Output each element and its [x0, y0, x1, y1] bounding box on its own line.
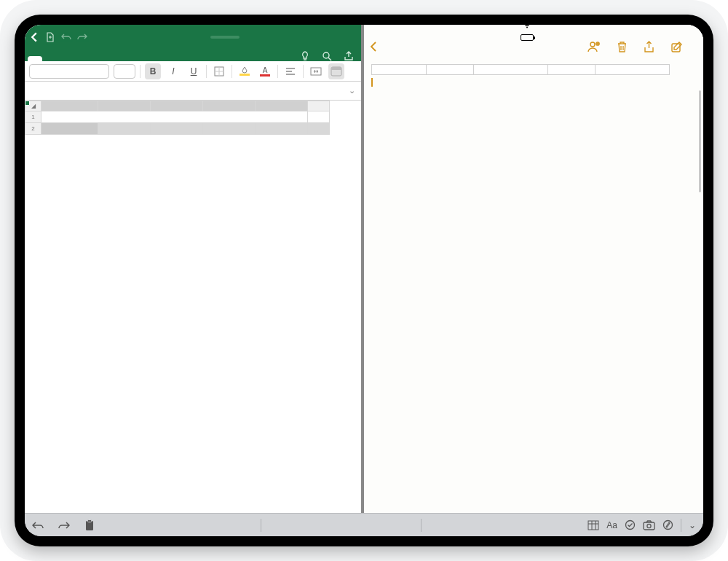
tab-draw[interactable] — [63, 56, 77, 61]
notes-app — [364, 25, 703, 513]
borders-button[interactable] — [211, 63, 227, 79]
note-body[interactable] — [364, 61, 703, 513]
col-header[interactable] — [151, 101, 203, 111]
markup-icon[interactable] — [662, 519, 673, 530]
camera-icon[interactable] — [643, 520, 655, 530]
fill-color-button[interactable] — [237, 63, 253, 79]
tab-data[interactable] — [98, 56, 112, 61]
header-flh[interactable] — [151, 123, 203, 135]
share-icon[interactable] — [339, 51, 358, 61]
font-color-button[interactable]: A — [257, 63, 273, 79]
tab-review[interactable] — [115, 56, 130, 61]
suggestion-word[interactable] — [102, 519, 261, 532]
col-header[interactable] — [308, 101, 330, 111]
pasted-table[interactable] — [371, 64, 670, 75]
file-icon[interactable] — [45, 32, 55, 42]
underline-button[interactable]: U — [186, 63, 202, 79]
trash-icon[interactable] — [612, 41, 632, 53]
svg-point-0 — [323, 52, 329, 58]
svg-point-5 — [590, 42, 595, 47]
textformat-icon[interactable]: Aa — [606, 520, 617, 530]
redo-key-icon[interactable] — [51, 514, 77, 536]
excel-app: B I U A ⌄ — [25, 25, 364, 513]
scroll-indicator[interactable] — [699, 90, 701, 192]
col-header[interactable] — [98, 101, 151, 111]
back-icon[interactable] — [29, 32, 39, 42]
back-folders-button[interactable] — [370, 42, 379, 52]
header-low[interactable] — [203, 123, 256, 135]
chevron-down-icon[interactable]: ⌄ — [689, 520, 696, 530]
align-button[interactable] — [282, 63, 298, 79]
col-header[interactable] — [256, 101, 308, 111]
svg-point-14 — [664, 521, 673, 530]
suggestion-word[interactable] — [261, 519, 420, 532]
merge-button[interactable] — [308, 63, 324, 79]
formula-bar[interactable]: ⌄ — [25, 82, 361, 101]
cell-styles-button[interactable] — [328, 63, 344, 79]
document-title — [93, 36, 357, 39]
svg-rect-9 — [88, 519, 92, 522]
tab-insert[interactable] — [45, 56, 60, 61]
svg-rect-10 — [588, 521, 598, 530]
table-title[interactable] — [41, 111, 308, 123]
grab-handle-icon[interactable] — [210, 36, 240, 39]
tab-view[interactable] — [132, 56, 147, 61]
svg-point-13 — [647, 524, 651, 527]
col-header[interactable] — [41, 101, 98, 111]
lightbulb-icon[interactable] — [296, 51, 314, 61]
svg-rect-12 — [644, 522, 654, 530]
checklist-icon[interactable] — [625, 519, 636, 530]
italic-button[interactable]: I — [165, 63, 181, 79]
spreadsheet-grid[interactable]: ◢ 1 2 — [25, 101, 330, 135]
select-all-corner[interactable]: ◢ — [25, 101, 41, 111]
undo-key-icon[interactable] — [25, 514, 51, 536]
tab-formulas[interactable] — [80, 56, 95, 61]
compose-icon[interactable] — [666, 41, 687, 53]
clipboard-icon[interactable] — [77, 514, 102, 536]
undo-icon[interactable] — [61, 32, 71, 42]
formatting-toolbar: B I U A — [25, 61, 361, 82]
col-header[interactable] — [203, 101, 256, 111]
header-fll[interactable] — [256, 123, 308, 135]
share-icon[interactable] — [639, 41, 659, 53]
font-name-select[interactable] — [29, 64, 109, 79]
shortcut-bar: Aa ⌄ — [25, 513, 703, 536]
chevron-down-icon[interactable]: ⌄ — [349, 86, 355, 95]
header-date[interactable] — [41, 123, 98, 135]
redo-icon[interactable] — [77, 32, 87, 42]
bold-button[interactable]: B — [145, 63, 161, 79]
svg-rect-4 — [331, 67, 341, 70]
text-cursor — [371, 78, 373, 87]
table-tool-icon[interactable] — [587, 520, 599, 530]
suggestion-word[interactable] — [422, 519, 580, 532]
collaborate-icon[interactable] — [583, 41, 605, 52]
tab-home[interactable] — [28, 56, 42, 61]
font-size-select[interactable] — [114, 64, 135, 79]
svg-point-11 — [626, 521, 635, 530]
header-high[interactable] — [98, 123, 151, 135]
search-icon[interactable] — [317, 51, 336, 61]
